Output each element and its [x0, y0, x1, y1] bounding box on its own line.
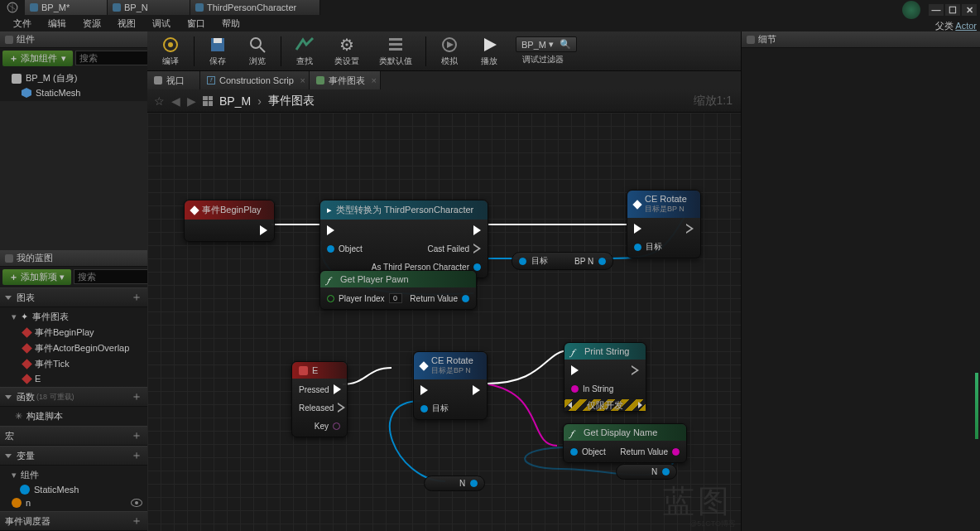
released-pin[interactable] — [338, 403, 345, 413]
menu-asset[interactable]: 资源 — [74, 16, 109, 31]
var-group-components[interactable]: ▾组件 — [0, 467, 147, 483]
pressed-pin[interactable] — [334, 384, 341, 394]
menu-file[interactable]: 文件 — [5, 16, 40, 31]
tab-construction[interactable]: fConstruction Scrip× — [200, 71, 310, 89]
grid-icon[interactable] — [203, 96, 213, 106]
event-beginoverlap[interactable]: 事件ActorBeginOverlap — [0, 340, 147, 356]
play-target-combo[interactable]: BP_M▾🔍 — [516, 36, 577, 52]
cat-macros[interactable]: 宏＋ — [0, 426, 147, 446]
exec-out-pin[interactable] — [260, 225, 267, 235]
menu-window[interactable]: 窗口 — [179, 16, 214, 31]
node-get-player-pawn[interactable]: 𝑓Get Player Pawn Player Index0Return Val… — [319, 270, 477, 310]
cat-variables[interactable]: 变量＋ — [0, 446, 147, 466]
class-defaults-button[interactable]: 类默认值 — [369, 33, 422, 69]
nav-back-icon[interactable]: ◀ — [171, 94, 180, 108]
menu-help[interactable]: 帮助 — [214, 16, 248, 31]
crumb-graph[interactable]: 事件图表 — [268, 94, 315, 109]
out-pin[interactable] — [470, 480, 478, 487]
add-variable-button[interactable]: ＋ — [131, 448, 142, 463]
node-begin-play[interactable]: 事件BeginPlay — [184, 200, 275, 242]
save-button[interactable]: 保存 — [198, 33, 238, 69]
tab-event-graph[interactable]: 事件图表× — [310, 71, 381, 89]
add-macro-button[interactable]: ＋ — [131, 428, 142, 443]
compile-button[interactable]: 编译 — [151, 33, 190, 69]
tab-viewport[interactable]: 视口 — [147, 71, 200, 89]
instring-pin[interactable] — [571, 385, 579, 393]
graph-canvas[interactable]: 事件BeginPlay ▸类型转换为 ThirdPersonCharacter … — [147, 113, 741, 531]
component-root[interactable]: BP_M (自身) — [0, 70, 147, 86]
close-icon[interactable]: × — [371, 75, 376, 85]
node-ce-rotate-mid[interactable]: CE Rotate目标是BP N 目标 — [413, 351, 488, 420]
object-pin[interactable] — [327, 245, 334, 253]
maximize-button[interactable]: ☐ — [945, 4, 960, 16]
add-component-button[interactable]: ＋添加组件▾ — [2, 51, 73, 66]
add-dispatcher-button[interactable]: ＋ — [131, 514, 142, 529]
var-staticmesh[interactable]: StaticMesh — [0, 483, 147, 496]
exec-out-pin[interactable] — [473, 385, 480, 395]
component-staticmesh[interactable]: StaticMesh — [0, 86, 147, 99]
add-graph-button[interactable]: ＋ — [131, 290, 142, 305]
add-function-button[interactable]: ＋ — [131, 389, 142, 404]
reroute-target[interactable]: 目标 BP N — [512, 252, 613, 270]
reroute-n-2[interactable]: N — [616, 464, 677, 480]
key-pin[interactable] — [333, 422, 340, 430]
components-header[interactable]: 组件 — [0, 31, 147, 48]
menu-view[interactable]: 视图 — [109, 16, 144, 31]
crumb-asset[interactable]: BP_M — [219, 94, 251, 108]
favorite-icon[interactable]: ☆ — [154, 94, 165, 108]
event-tick[interactable]: 事件Tick — [0, 356, 147, 372]
exec-out-pin[interactable] — [632, 365, 639, 375]
node-input-e[interactable]: E Pressed Released Key — [291, 361, 348, 437]
out-pin[interactable] — [662, 468, 670, 475]
doc-tab-bpn[interactable]: BP_N — [108, 0, 190, 15]
node-print-string[interactable]: 𝑓Print String In String 仅限开发 — [564, 342, 646, 412]
nav-fwd-icon[interactable]: ▶ — [187, 94, 196, 108]
function-construction[interactable]: ✳构建脚本 — [0, 408, 147, 424]
exec-out-pin[interactable] — [473, 225, 481, 235]
browse-button[interactable]: 浏览 — [238, 33, 277, 69]
node-cast[interactable]: ▸类型转换为 ThirdPersonCharacter ObjectCast F… — [319, 200, 488, 278]
menu-edit[interactable]: 编辑 — [40, 16, 74, 31]
out-pin[interactable] — [598, 258, 606, 265]
menu-debug[interactable]: 调试 — [144, 16, 179, 31]
return-pin[interactable] — [672, 448, 680, 456]
cat-dispatchers[interactable]: 事件调度器＋ — [0, 511, 147, 531]
simulate-button[interactable]: 模拟 — [430, 33, 469, 69]
return-pin[interactable] — [462, 295, 469, 302]
marketplace-icon[interactable] — [902, 1, 920, 19]
play-button[interactable]: 播放 — [469, 33, 509, 69]
var-n[interactable]: n — [0, 496, 147, 509]
node-get-display-name[interactable]: 𝑓Get Display Name ObjectReturn Value — [563, 423, 687, 463]
exec-in-pin[interactable] — [420, 385, 428, 395]
event-e[interactable]: E — [0, 372, 147, 385]
exec-out-pin[interactable] — [686, 224, 694, 234]
index-pin[interactable] — [327, 295, 334, 302]
event-beginplay[interactable]: 事件BeginPlay — [0, 325, 147, 340]
doc-tab-tpc[interactable]: ThirdPersonCharacter — [190, 0, 320, 15]
exec-in-pin[interactable] — [327, 225, 334, 235]
in-pin[interactable] — [519, 258, 526, 265]
reroute-n-1[interactable]: N — [424, 475, 485, 491]
exec-in-pin[interactable] — [571, 365, 579, 375]
minimize-button[interactable]: — — [929, 4, 944, 16]
dev-only-stripe[interactable]: 仅限开发 — [564, 399, 646, 411]
target-pin[interactable] — [420, 405, 428, 413]
exec-failed-pin[interactable] — [473, 244, 481, 253]
graph-eventgraph[interactable]: ▾✦事件图表 — [0, 309, 147, 325]
visibility-icon[interactable] — [131, 499, 142, 507]
close-button[interactable]: ✕ — [962, 4, 977, 16]
myblueprint-header[interactable]: 我的蓝图 — [0, 250, 147, 267]
parent-class-label[interactable]: 父类 Actor — [935, 20, 977, 32]
target-pin[interactable] — [634, 244, 641, 251]
find-button[interactable]: 查找 — [285, 33, 324, 69]
cat-functions[interactable]: 函数(18 可重载)＋ — [0, 387, 147, 407]
close-icon[interactable]: × — [300, 75, 305, 85]
as-pin[interactable] — [473, 263, 481, 271]
cat-graphs[interactable]: 图表＋ — [0, 287, 147, 307]
exec-in-pin[interactable] — [634, 224, 641, 234]
add-new-button[interactable]: ＋添加新项▾ — [2, 269, 71, 285]
doc-tab-bpm[interactable]: BP_M* — [25, 0, 108, 15]
object-pin[interactable] — [570, 448, 578, 456]
details-header[interactable]: 细节 — [742, 31, 980, 48]
class-settings-button[interactable]: ⚙类设置 — [324, 33, 369, 69]
